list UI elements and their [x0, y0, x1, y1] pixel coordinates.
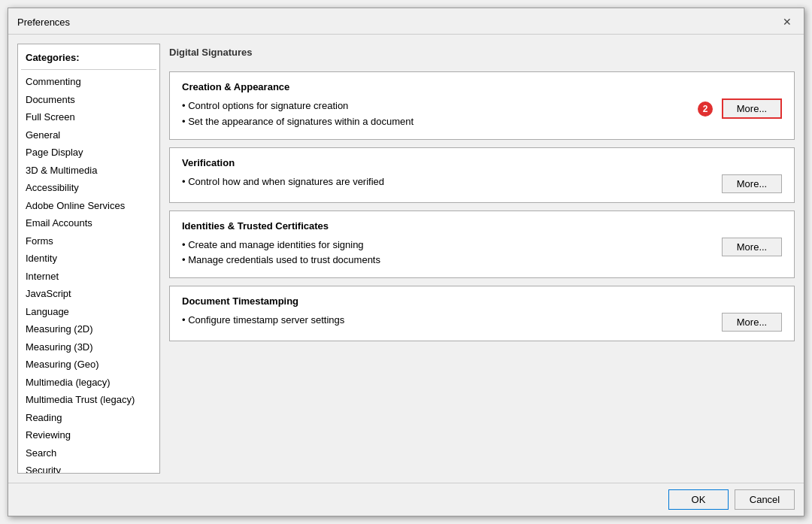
- sidebar-item-documents[interactable]: Documents: [18, 91, 159, 109]
- sidebar-item-label: JavaScript: [26, 288, 71, 299]
- sidebar-item-label: Internet: [26, 271, 59, 282]
- sidebar-item-language[interactable]: Language: [18, 303, 159, 321]
- dialog-body: Categories: CommentingDocumentsFull Scre…: [8, 35, 804, 483]
- sidebar-item-label: Forms: [26, 235, 53, 247]
- dialog-footer: OK Cancel: [8, 483, 804, 516]
- sidebar-item-javascript[interactable]: JavaScript: [18, 285, 159, 303]
- sidebar-item-label: Adobe Online Services: [26, 200, 125, 211]
- sidebar-item-label: Multimedia Trust (legacy): [26, 394, 135, 405]
- sidebar-item-label: Reading: [26, 412, 62, 423]
- section-bullets-creation: • Control options for signature creation…: [182, 98, 689, 130]
- sidebar-item-commenting[interactable]: Commenting: [18, 73, 159, 91]
- sidebar-item-reviewing[interactable]: Reviewing: [18, 426, 159, 444]
- section-bullets-verification: • Control how and when signatures are ve…: [182, 174, 713, 190]
- sidebar-item-label: Measuring (3D): [26, 341, 93, 353]
- sidebar-item-adobe-online[interactable]: Adobe Online Services: [18, 197, 159, 215]
- sidebar-item-forms[interactable]: Forms: [18, 232, 159, 250]
- sidebar-item-label: Identity: [26, 253, 57, 264]
- more-button-creation[interactable]: More...: [722, 98, 782, 119]
- section-content-identities: • Create and manage identities for signi…: [182, 238, 782, 269]
- sidebar-item-internet[interactable]: Internet: [18, 268, 159, 286]
- sidebar-item-general[interactable]: General: [18, 126, 159, 144]
- sidebar-item-label: Multimedia (legacy): [26, 377, 111, 388]
- sidebar-item-security[interactable]: Security: [18, 462, 159, 474]
- section-content-verification: • Control how and when signatures are ve…: [182, 174, 782, 193]
- sidebar-item-3d-multimedia[interactable]: 3D & Multimedia: [18, 162, 159, 180]
- sidebar-header: Categories:: [18, 49, 159, 68]
- sidebar-item-reading[interactable]: Reading: [18, 409, 159, 427]
- close-button[interactable]: ✕: [780, 14, 795, 29]
- sidebar-item-label: Accessibility: [26, 182, 79, 193]
- sidebar-item-label: Full Screen: [26, 111, 75, 123]
- more-badge: 2: [698, 101, 713, 117]
- title-bar: Preferences ✕: [8, 8, 804, 35]
- sidebar-divider: [21, 69, 156, 70]
- sidebar-item-label: Documents: [26, 94, 75, 105]
- content-area: Digital Signatures Creation & Appearance…: [169, 44, 795, 474]
- sidebar-item-identity[interactable]: Identity: [18, 250, 159, 268]
- section-header-timestamping: Document Timestamping: [182, 295, 782, 307]
- section-identities: Identities & Trusted Certificates• Creat…: [169, 211, 795, 279]
- sidebar-item-full-screen[interactable]: Full Screen: [18, 108, 159, 126]
- sidebar-item-label: Measuring (2D): [26, 323, 93, 335]
- section-content-creation: • Control options for signature creation…: [182, 98, 782, 130]
- sidebar-item-email-accounts[interactable]: Email Accounts: [18, 214, 159, 232]
- sidebar-item-search[interactable]: Search: [18, 444, 159, 462]
- sidebar-items: CommentingDocumentsFull ScreenGeneralPag…: [18, 73, 159, 474]
- sidebar-item-measuring-2d[interactable]: Measuring (2D): [18, 320, 159, 338]
- sidebar-item-measuring-geo[interactable]: Measuring (Geo): [18, 356, 159, 374]
- sidebar-item-accessibility[interactable]: Accessibility: [18, 179, 159, 197]
- sidebar-item-label: Email Accounts: [26, 217, 92, 229]
- sidebar-item-label: Search: [26, 447, 56, 459]
- section-content-timestamping: • Configure timestamp server settingsMor…: [182, 313, 782, 332]
- sidebar-item-label: Commenting: [26, 76, 81, 87]
- more-button-verification[interactable]: More...: [722, 174, 782, 193]
- section-header-identities: Identities & Trusted Certificates: [182, 220, 782, 232]
- dialog-title: Preferences: [17, 17, 70, 28]
- sidebar-item-label: 3D & Multimedia: [26, 165, 97, 176]
- main-title: Digital Signatures: [169, 44, 795, 64]
- sidebar: Categories: CommentingDocumentsFull Scre…: [17, 44, 160, 474]
- sections-container: Creation & Appearance• Control options f…: [169, 71, 795, 474]
- ok-button[interactable]: OK: [668, 489, 729, 510]
- sidebar-item-multimedia-trust[interactable]: Multimedia Trust (legacy): [18, 391, 159, 409]
- preferences-dialog: Preferences ✕ Categories: CommentingDocu…: [8, 8, 804, 516]
- section-timestamping: Document Timestamping• Configure timesta…: [169, 286, 795, 341]
- sidebar-item-label: Reviewing: [26, 429, 71, 441]
- sidebar-item-measuring-3d[interactable]: Measuring (3D): [18, 338, 159, 356]
- cancel-button[interactable]: Cancel: [735, 489, 795, 510]
- sidebar-item-label: Measuring (Geo): [26, 359, 99, 370]
- section-bullets-identities: • Create and manage identities for signi…: [182, 238, 713, 269]
- section-header-verification: Verification: [182, 157, 782, 168]
- sidebar-item-label: Page Display: [26, 147, 83, 158]
- more-button-timestamping[interactable]: More...: [722, 313, 782, 332]
- sidebar-item-page-display[interactable]: Page Display: [18, 144, 159, 162]
- section-bullets-timestamping: • Configure timestamp server settings: [182, 313, 713, 329]
- section-header-creation: Creation & Appearance: [182, 81, 782, 92]
- sidebar-item-multimedia-legacy[interactable]: Multimedia (legacy): [18, 374, 159, 392]
- more-button-identities[interactable]: More...: [722, 238, 782, 256]
- section-creation: Creation & Appearance• Control options f…: [169, 71, 795, 140]
- sidebar-item-label: Language: [26, 306, 69, 317]
- section-verification: Verification• Control how and when signa…: [169, 147, 795, 203]
- sidebar-item-label: General: [26, 129, 60, 141]
- sidebar-item-label: Security: [26, 465, 61, 474]
